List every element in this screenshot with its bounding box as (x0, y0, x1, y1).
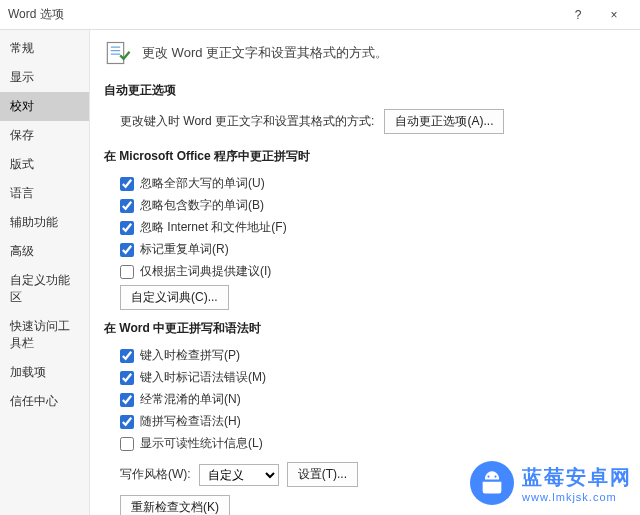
page-heading-text: 更改 Word 更正文字和设置其格式的方式。 (142, 44, 388, 62)
checkbox-ignore-uppercase[interactable] (120, 177, 134, 191)
dialog-body: 常规 显示 校对 保存 版式 语言 辅助功能 高级 自定义功能区 快速访问工具栏… (0, 30, 640, 515)
label-main-dict-only: 仅根据主词典提供建议(I) (140, 263, 271, 280)
sidebar-item-save[interactable]: 保存 (0, 121, 89, 150)
label-ignore-numbers: 忽略包含数字的单词(B) (140, 197, 264, 214)
custom-dictionaries-button[interactable]: 自定义词典(C)... (120, 285, 229, 310)
close-button[interactable]: × (596, 1, 632, 29)
sidebar-item-advanced[interactable]: 高级 (0, 237, 89, 266)
sidebar-item-addins[interactable]: 加载项 (0, 358, 89, 387)
checkbox-readability[interactable] (120, 437, 134, 451)
svg-rect-0 (107, 43, 123, 64)
checkbox-flag-repeated[interactable] (120, 243, 134, 257)
settings-button[interactable]: 设置(T)... (287, 462, 358, 487)
label-ignore-internet: 忽略 Internet 和文件地址(F) (140, 219, 287, 236)
sidebar-item-general[interactable]: 常规 (0, 34, 89, 63)
sidebar-item-accessibility[interactable]: 辅助功能 (0, 208, 89, 237)
sidebar-item-trust-center[interactable]: 信任中心 (0, 387, 89, 416)
sidebar-item-quick-access[interactable]: 快速访问工具栏 (0, 312, 89, 358)
sidebar-item-layout[interactable]: 版式 (0, 150, 89, 179)
checkbox-main-dict-only[interactable] (120, 265, 134, 279)
checkbox-confused-words[interactable] (120, 393, 134, 407)
label-readability: 显示可读性统计信息(L) (140, 435, 263, 452)
writing-style-label: 写作风格(W): (120, 466, 191, 483)
autocorrect-options-button[interactable]: 自动更正选项(A)... (384, 109, 504, 134)
checkbox-check-spelling[interactable] (120, 349, 134, 363)
checkbox-mark-grammar[interactable] (120, 371, 134, 385)
label-ignore-uppercase: 忽略全部大写的单词(U) (140, 175, 265, 192)
writing-style-combo[interactable]: 自定义 (199, 464, 279, 486)
checkbox-ignore-numbers[interactable] (120, 199, 134, 213)
sidebar-item-customize-ribbon[interactable]: 自定义功能区 (0, 266, 89, 312)
sidebar: 常规 显示 校对 保存 版式 语言 辅助功能 高级 自定义功能区 快速访问工具栏… (0, 30, 90, 515)
label-check-spelling: 键入时检查拼写(P) (140, 347, 240, 364)
close-icon: × (610, 8, 617, 22)
proofing-icon (104, 38, 134, 68)
sidebar-item-language[interactable]: 语言 (0, 179, 89, 208)
content-pane: 更改 Word 更正文字和设置其格式的方式。 自动更正选项 更改键入时 Word… (90, 30, 640, 515)
sidebar-item-proofing[interactable]: 校对 (0, 92, 89, 121)
checkbox-ignore-internet[interactable] (120, 221, 134, 235)
label-grammar-with-spelling: 随拼写检查语法(H) (140, 413, 241, 430)
office-section-title: 在 Microsoft Office 程序中更正拼写时 (104, 148, 626, 165)
label-flag-repeated: 标记重复单词(R) (140, 241, 229, 258)
recheck-document-button[interactable]: 重新检查文档(K) (120, 495, 230, 515)
autocorrect-section-title: 自动更正选项 (104, 82, 626, 99)
label-confused-words: 经常混淆的单词(N) (140, 391, 241, 408)
word-section-title: 在 Word 中更正拼写和语法时 (104, 320, 626, 337)
help-icon: ? (575, 8, 582, 22)
autocorrect-prompt: 更改键入时 Word 更正文字和设置其格式的方式: (120, 113, 374, 130)
window-title: Word 选项 (8, 6, 64, 23)
titlebar: Word 选项 ? × (0, 0, 640, 30)
checkbox-grammar-with-spelling[interactable] (120, 415, 134, 429)
label-mark-grammar: 键入时标记语法错误(M) (140, 369, 266, 386)
sidebar-item-display[interactable]: 显示 (0, 63, 89, 92)
help-button[interactable]: ? (560, 1, 596, 29)
page-heading: 更改 Word 更正文字和设置其格式的方式。 (104, 38, 626, 68)
